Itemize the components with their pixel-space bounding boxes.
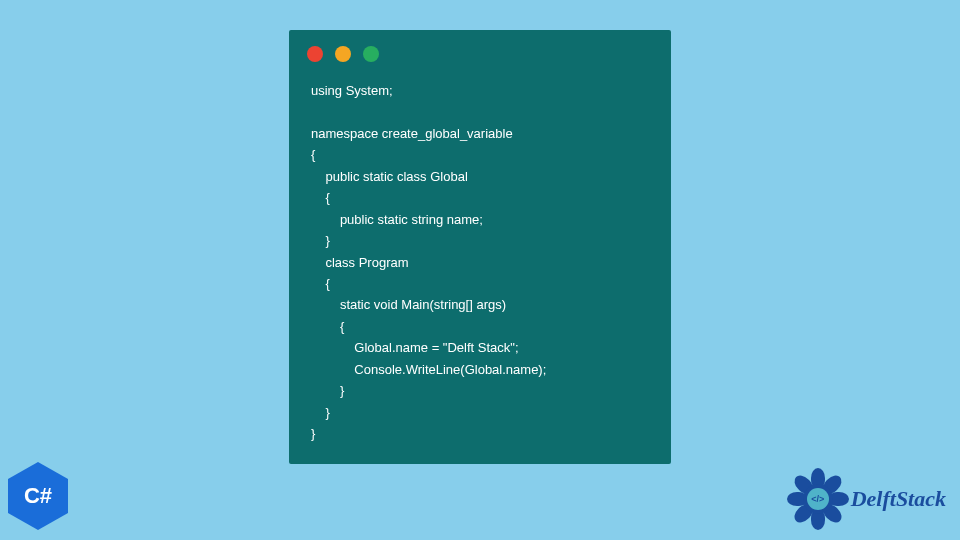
csharp-badge: C#: [8, 462, 68, 530]
hexagon-icon: C#: [8, 462, 68, 530]
close-icon: [307, 46, 323, 62]
brand-name: DelftStack: [851, 486, 946, 512]
code-block: using System; namespace create_global_va…: [289, 74, 671, 444]
gear-icon: </>: [791, 472, 845, 526]
window-controls: [289, 30, 671, 74]
code-glyph-icon: </>: [807, 488, 829, 510]
minimize-icon: [335, 46, 351, 62]
brand-logo: </> DelftStack: [791, 472, 946, 526]
code-window: using System; namespace create_global_va…: [289, 30, 671, 464]
maximize-icon: [363, 46, 379, 62]
csharp-label: C#: [24, 483, 52, 509]
